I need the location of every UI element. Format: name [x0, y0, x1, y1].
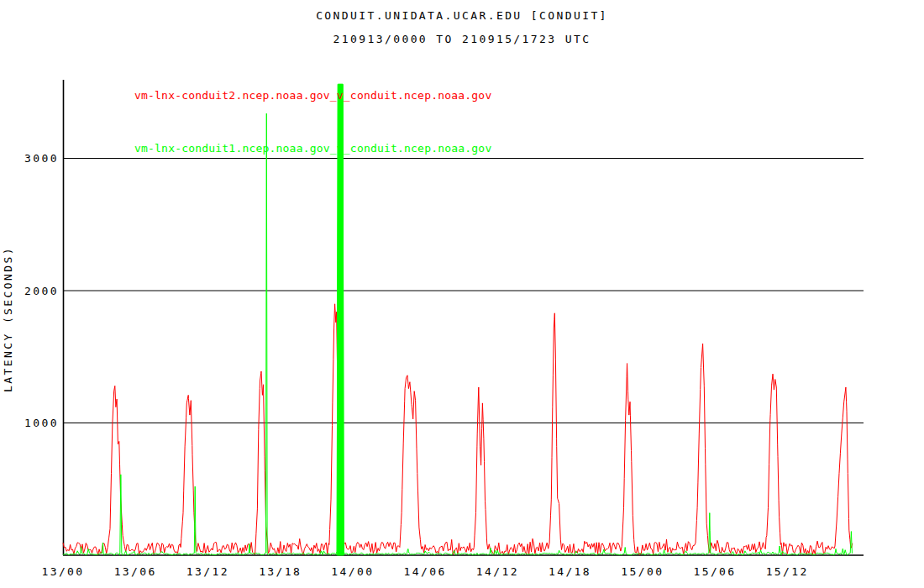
- series-trace-0: [63, 304, 853, 554]
- x-tick-label-14-12: 14/12: [476, 565, 519, 578]
- y-axis-label: LATENCY (SECONDS): [2, 246, 14, 392]
- y-tick-label-2000: 2000: [24, 285, 59, 297]
- chart-subtitle: 210913/0000 TO 210915/1723 UTC: [0, 33, 924, 45]
- x-tick-label-15-06: 15/06: [693, 565, 736, 578]
- x-tick-label-14-18: 14/18: [549, 565, 591, 578]
- chart-title: CONDUIT.UNIDATA.UCAR.EDU [CONDUIT]: [0, 9, 924, 22]
- x-tick-label-15-12: 15/12: [766, 565, 809, 578]
- x-tick-label-13-00: 13/00: [41, 565, 84, 578]
- x-tick-label-14-06: 14/06: [404, 565, 447, 578]
- x-tick-label-13-18: 13/18: [259, 565, 302, 578]
- x-tick-label-13-06: 13/06: [114, 565, 157, 578]
- y-tick-label-1000: 1000: [24, 417, 59, 429]
- legend: vm-lnx-conduit2.ncep.noaa.gov_v_conduit.…: [134, 51, 491, 192]
- latency-chart: 10002000300013/0013/0613/1213/1814/0014/…: [0, 0, 924, 588]
- x-tick-label-15-00: 15/00: [621, 565, 664, 578]
- y-tick-label-3000: 3000: [24, 152, 59, 165]
- legend-entry-conduit2: vm-lnx-conduit2.ncep.noaa.gov_v_conduit.…: [134, 87, 491, 104]
- x-tick-label-13-12: 13/12: [186, 565, 229, 578]
- x-tick-label-14-00: 14/00: [331, 565, 374, 578]
- legend-entry-conduit1: vm-lnx-conduit1.ncep.noaa.gov_v_conduit.…: [134, 139, 491, 157]
